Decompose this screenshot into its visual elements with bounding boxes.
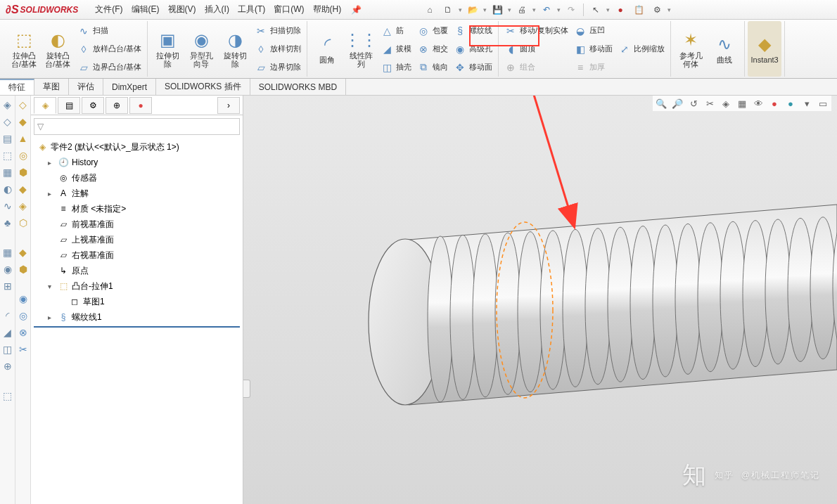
curves-button[interactable]: ∿曲线	[708, 21, 741, 77]
tool-icon[interactable]: ▤	[1, 132, 14, 145]
hole-wizard-button[interactable]: ◉异型孔 向导	[184, 21, 218, 77]
config-tab[interactable]: ⚙	[82, 97, 104, 114]
tool-icon[interactable]: ◉	[17, 292, 30, 305]
menu-help[interactable]: 帮助(H)	[313, 4, 342, 15]
move-body-button[interactable]: ✥移动面	[451, 58, 495, 77]
instant3d-button[interactable]: ◆Instant3	[748, 21, 781, 77]
viewport-icon[interactable]: ▭	[816, 96, 830, 110]
tree-sketch1[interactable]: ◻草图1	[34, 294, 240, 309]
tool-icon[interactable]: ◎	[17, 149, 30, 162]
orientation-icon[interactable]: ◈	[719, 96, 733, 110]
extrude-boss-button[interactable]: ⬚拉伸凸 台/基体	[7, 21, 41, 77]
section-view-icon[interactable]: ✂	[703, 96, 717, 110]
tree-front-plane[interactable]: ▱前视基准面	[34, 217, 240, 232]
intersect-button[interactable]: ⊗相交	[414, 40, 451, 58]
rebuild-icon[interactable]: ●	[613, 2, 628, 18]
tool-icon[interactable]: ◇	[1, 115, 14, 128]
lofted-boss-button[interactable]: ◊放样凸台/基体	[75, 40, 144, 58]
view-settings-icon[interactable]: ▾	[800, 96, 814, 110]
tree-helix1[interactable]: ▸§螺纹线1	[34, 309, 240, 325]
tab-sketch[interactable]: 草图	[34, 79, 69, 95]
save-icon[interactable]: 💾	[490, 2, 505, 18]
boundary-boss-button[interactable]: ▱边界凸台/基体	[75, 58, 144, 77]
tool-icon[interactable]: ◫	[1, 343, 14, 356]
fillet-button[interactable]: ◜圆角	[310, 21, 344, 77]
panel-flyout-handle[interactable]	[243, 380, 250, 398]
tool-icon[interactable]: ◎	[17, 309, 30, 322]
tab-features[interactable]: 特征	[0, 79, 34, 95]
menu-file[interactable]: 文件(F)	[95, 4, 122, 15]
home-icon[interactable]: ⌂	[422, 2, 437, 18]
tool-icon[interactable]: ∿	[1, 200, 14, 212]
tree-top-plane[interactable]: ▱上视基准面	[34, 232, 240, 247]
tool-icon[interactable]: ⬢	[17, 263, 30, 276]
tab-mbd[interactable]: SOLIDWORKS MBD	[250, 79, 346, 95]
menu-edit[interactable]: 编辑(E)	[132, 4, 160, 15]
draft-button[interactable]: ◢拔模	[378, 40, 414, 58]
revolve-boss-button[interactable]: ◐旋转凸 台/基体	[41, 21, 75, 77]
tool-icon[interactable]: ⬡	[17, 217, 30, 229]
ref-geom-button[interactable]: ✶参考几 何体	[674, 21, 708, 77]
tool-icon[interactable]: ✂	[17, 343, 30, 356]
appearance-tab[interactable]: ●	[129, 97, 152, 114]
new-icon[interactable]: 🗋	[440, 2, 456, 18]
tool-icon[interactable]: ◆	[17, 183, 30, 195]
zoom-fit-icon[interactable]: 🔍	[654, 96, 668, 110]
tree-right-plane[interactable]: ▱右视基准面	[34, 247, 240, 263]
expand-tab[interactable]: ›	[217, 97, 240, 114]
tool-icon[interactable]: ◇	[17, 98, 30, 111]
shell-button[interactable]: ◫抽壳	[378, 58, 414, 77]
tool-icon[interactable]: ◈	[1, 98, 14, 111]
tool-icon[interactable]: ◈	[17, 200, 30, 212]
undo-icon[interactable]: ↶	[539, 2, 554, 18]
indent-button[interactable]: ◒压凹	[571, 22, 615, 40]
appearance-icon[interactable]: ●	[767, 96, 781, 110]
menu-view[interactable]: 视图(V)	[168, 4, 196, 15]
tool-icon[interactable]: ◜	[1, 309, 14, 322]
tree-sensors[interactable]: ◎传感器	[34, 170, 240, 186]
mirror-button[interactable]: ⧉镜向	[414, 58, 451, 77]
tool-icon[interactable]: ⬚	[1, 149, 14, 162]
linear-pattern-button[interactable]: ⋮⋮线性阵 列	[344, 21, 378, 77]
tool-icon[interactable]: ▦	[1, 246, 14, 259]
tool-icon[interactable]: ⊞	[1, 280, 14, 292]
tool-icon[interactable]: ⬢	[17, 166, 30, 179]
tool-icon[interactable]: ▲	[17, 132, 30, 145]
tool-icon[interactable]: ◢	[1, 326, 14, 339]
expander-icon[interactable]: ▸	[48, 314, 55, 321]
tool-icon[interactable]: ⊗	[17, 326, 30, 339]
scene-icon[interactable]: ●	[784, 96, 798, 110]
expander-icon[interactable]: ▸	[48, 159, 55, 167]
select-icon[interactable]: ↖	[588, 2, 603, 18]
tool-icon[interactable]: ⊕	[1, 360, 14, 373]
print-icon[interactable]: 🖨	[514, 2, 530, 18]
rollback-bar[interactable]	[34, 326, 240, 328]
swept-boss-button[interactable]: ∿扫描	[75, 22, 144, 40]
rib-button[interactable]: △筋	[378, 22, 414, 40]
tool-icon[interactable]: ◆	[17, 115, 30, 128]
revolve-cut-button[interactable]: ◑旋转切 除	[218, 21, 252, 77]
expander-icon[interactable]: ▸	[48, 190, 55, 198]
tab-plugins[interactable]: SOLIDWORKS 插件	[156, 79, 250, 95]
tool-icon[interactable]: ⬚	[1, 389, 14, 402]
feature-tree-tab[interactable]: ◈	[34, 97, 56, 114]
tree-filter[interactable]: ▽	[34, 118, 240, 135]
pin-icon[interactable]: 📌	[351, 5, 362, 15]
prev-view-icon[interactable]: ↺	[686, 96, 701, 110]
tree-origin[interactable]: ↳原点	[34, 263, 240, 278]
wrap-button[interactable]: ◎包覆	[414, 22, 451, 40]
tree-material[interactable]: ≡材质 <未指定>	[34, 201, 240, 217]
tree-root[interactable]: ◈零件2 (默认<<默认>_显示状态 1>)	[34, 139, 240, 155]
settings-icon[interactable]: ⚙	[649, 2, 665, 18]
menu-tools[interactable]: 工具(T)	[238, 4, 265, 15]
menu-window[interactable]: 窗口(W)	[274, 4, 304, 15]
tool-icon[interactable]: ◉	[1, 263, 14, 276]
display-tab[interactable]: ⊕	[106, 97, 128, 114]
tool-icon[interactable]: ♣	[1, 217, 14, 229]
tree-boss-extrude[interactable]: ▾⬚凸台-拉伸1	[34, 278, 240, 294]
tool-icon[interactable]: ▦	[1, 166, 14, 179]
tool-icon[interactable]: ◆	[17, 246, 30, 259]
extrude-cut-button[interactable]: ▣拉伸切 除	[151, 21, 184, 77]
open-icon[interactable]: 📂	[465, 2, 480, 18]
tree-history[interactable]: ▸🕘History	[34, 155, 240, 170]
